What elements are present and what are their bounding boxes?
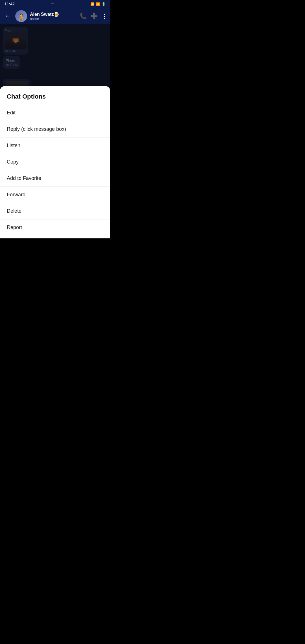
option-edit[interactable]: Edit — [0, 105, 110, 121]
chat-options-modal: Chat Options Edit Reply (click message b… — [0, 86, 110, 238]
option-copy[interactable]: Copy — [0, 154, 110, 170]
avatar: 🧍 — [15, 10, 27, 22]
status-dots: ··· — [51, 2, 54, 6]
more-options-button[interactable]: ⋮ — [102, 13, 107, 19]
call-button[interactable]: 📞 — [80, 13, 87, 19]
option-forward[interactable]: Forward — [0, 187, 110, 203]
option-delete[interactable]: Delete — [0, 203, 110, 219]
back-button[interactable]: ← — [3, 11, 12, 21]
wifi-icon: 📶 — [96, 2, 100, 6]
add-contact-button[interactable]: ➕ — [91, 13, 98, 19]
signal-icon: 📶 — [90, 2, 94, 6]
contact-status: online — [30, 17, 77, 21]
toolbar-actions: 📞 ➕ ⋮ — [80, 13, 107, 19]
option-add-to-favorite[interactable]: Add to Favorite — [0, 170, 110, 186]
chat-area: Photo 🌄 10:17 AM Photo 10:17 AM 🏔️ 10:22… — [0, 24, 110, 238]
status-icons: 📶 📶 🔋 — [90, 2, 106, 6]
status-bar: 11:42 ··· 📶 📶 🔋 — [0, 0, 110, 8]
avatar-silhouette: 🧍 — [16, 14, 26, 22]
contact-name: Alen Swatz🍺 — [30, 12, 77, 17]
option-reply[interactable]: Reply (click message box) — [0, 121, 110, 137]
toolbar: ← 🧍 Alen Swatz🍺 online 📞 ➕ ⋮ — [0, 8, 110, 24]
modal-title: Chat Options — [0, 93, 110, 105]
contact-info: Alen Swatz🍺 online — [30, 12, 77, 21]
option-report[interactable]: Report — [0, 219, 110, 236]
option-listen[interactable]: Listen — [0, 138, 110, 154]
status-time: 11:42 — [5, 2, 15, 6]
battery-icon: 🔋 — [102, 2, 106, 6]
